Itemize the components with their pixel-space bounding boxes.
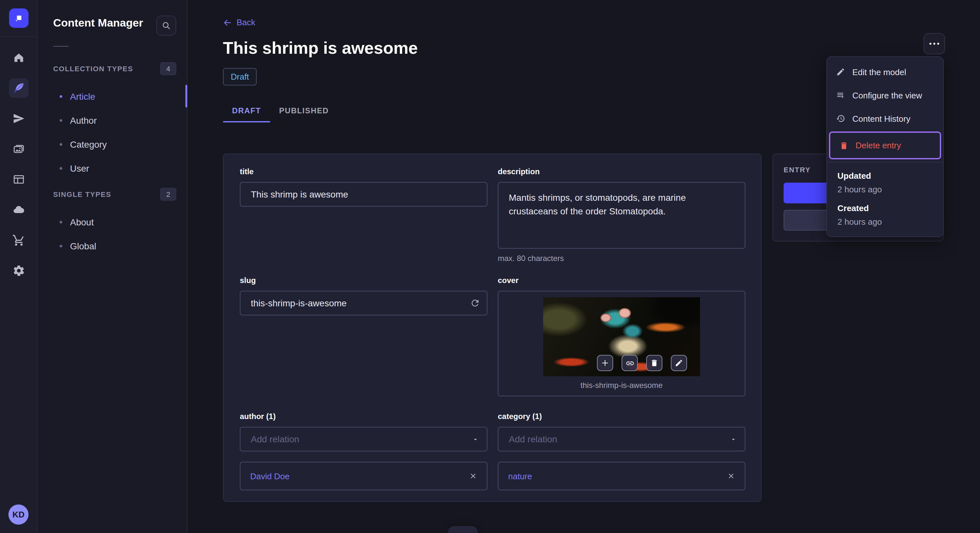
status-badge: Draft bbox=[223, 68, 257, 85]
strapi-logo[interactable] bbox=[9, 8, 29, 28]
updated-label: Updated bbox=[837, 171, 933, 181]
nav-content-type-builder[interactable] bbox=[9, 170, 28, 189]
tab-draft[interactable]: DRAFT bbox=[223, 106, 270, 122]
link-icon bbox=[625, 359, 634, 368]
cover-copy-link-button[interactable] bbox=[622, 355, 638, 371]
collection-types-count: 4 bbox=[160, 62, 176, 75]
slug-input[interactable] bbox=[240, 291, 487, 316]
sidebar-item-label: Author bbox=[70, 115, 97, 125]
menu-item-edit-model[interactable]: Edit the model bbox=[827, 60, 943, 84]
cover-field-label: cover bbox=[498, 276, 745, 285]
description-field-label: description bbox=[498, 167, 745, 176]
sidebar-item-label: User bbox=[70, 163, 89, 173]
trash-icon bbox=[839, 141, 848, 150]
bullet-icon bbox=[60, 95, 62, 97]
nav-content-manager[interactable] bbox=[9, 78, 28, 98]
title-input[interactable] bbox=[240, 182, 487, 206]
category-relation-link[interactable]: nature bbox=[508, 471, 532, 481]
user-avatar[interactable]: KD bbox=[8, 504, 29, 525]
paper-plane-icon bbox=[12, 112, 25, 125]
rail-divider bbox=[0, 36, 37, 37]
sidebar-item-label: Global bbox=[70, 241, 96, 251]
updated-value: 2 hours ago bbox=[837, 185, 933, 194]
menu-item-configure-view[interactable]: Configure the view bbox=[827, 84, 943, 107]
nav-home[interactable] bbox=[9, 48, 28, 67]
main-nav-rail: KD bbox=[0, 0, 38, 533]
title-field-label: title bbox=[240, 167, 487, 176]
sidebar-item-about[interactable]: About bbox=[38, 210, 187, 234]
sidebar-divider bbox=[53, 46, 69, 47]
bullet-icon bbox=[60, 220, 62, 223]
list-plus-icon bbox=[836, 90, 845, 100]
category-placeholder: Add relation bbox=[509, 434, 557, 444]
back-label: Back bbox=[237, 17, 255, 27]
cover-field: this-shrimp-is-awesome bbox=[498, 291, 745, 397]
sidebar-item-author[interactable]: Author bbox=[38, 108, 187, 132]
menu-item-content-history[interactable]: Content History bbox=[827, 107, 943, 130]
author-placeholder: Add relation bbox=[251, 434, 299, 444]
collection-types-header[interactable]: COLLECTION TYPES 4 bbox=[53, 62, 176, 75]
remove-relation-icon[interactable] bbox=[727, 472, 735, 480]
arrow-left-icon bbox=[223, 18, 232, 27]
cloud-icon bbox=[12, 203, 25, 216]
trash-icon bbox=[650, 359, 659, 367]
nav-marketplace[interactable] bbox=[9, 230, 28, 250]
bullet-icon bbox=[60, 143, 62, 145]
category-relation-select[interactable]: Add relation bbox=[498, 427, 745, 451]
pencil-icon bbox=[836, 67, 845, 76]
entry-options-menu: Edit the model Configure the view Conten… bbox=[826, 56, 944, 237]
back-link[interactable]: Back bbox=[223, 17, 255, 27]
menu-item-delete-entry[interactable]: Delete entry bbox=[830, 133, 940, 158]
single-types-label: SINGLE TYPES bbox=[53, 190, 111, 198]
description-hint: max. 80 characters bbox=[498, 254, 745, 263]
chevron-down-icon bbox=[730, 436, 737, 443]
category-relation-item: nature bbox=[498, 462, 745, 490]
home-icon bbox=[12, 51, 25, 64]
page-title: This shrimp is awesome bbox=[223, 38, 944, 57]
cover-delete-button[interactable] bbox=[646, 355, 662, 371]
content-manager-sidebar: Content Manager COLLECTION TYPES 4 Artic… bbox=[38, 0, 187, 533]
sidebar-item-global[interactable]: Global bbox=[38, 234, 187, 258]
search-icon bbox=[161, 21, 171, 30]
sidebar-item-label: About bbox=[70, 217, 94, 227]
single-types-header[interactable]: SINGLE TYPES 2 bbox=[53, 188, 176, 201]
cover-add-button[interactable] bbox=[597, 355, 613, 371]
ellipsis-icon bbox=[929, 43, 931, 45]
bullet-icon bbox=[60, 119, 62, 121]
nav-releases[interactable] bbox=[9, 109, 28, 128]
entry-panel-label: ENTRY bbox=[784, 166, 811, 174]
nav-deploy-cloud[interactable] bbox=[9, 200, 28, 219]
nav-settings[interactable] bbox=[9, 261, 28, 281]
tab-published[interactable]: PUBLISHED bbox=[270, 106, 338, 122]
remove-relation-icon[interactable] bbox=[469, 472, 477, 480]
cart-icon bbox=[12, 234, 25, 247]
author-field-label: author (1) bbox=[240, 412, 487, 421]
strapi-logo-icon bbox=[13, 12, 25, 24]
description-textarea[interactable]: Mantis shrimps, or stomatopods, are mari… bbox=[498, 182, 745, 249]
history-clock-icon bbox=[836, 114, 845, 123]
search-button[interactable] bbox=[156, 16, 176, 36]
layout-icon bbox=[12, 173, 25, 186]
slug-field-label: slug bbox=[240, 276, 487, 285]
delete-entry-focus-ring: Delete entry bbox=[829, 132, 941, 159]
sidebar-title: Content Manager bbox=[53, 17, 143, 30]
more-options-button[interactable] bbox=[924, 33, 945, 54]
chevron-down-icon bbox=[472, 436, 479, 443]
author-relation-select[interactable]: Add relation bbox=[240, 427, 487, 451]
regenerate-slug-button[interactable] bbox=[470, 298, 480, 308]
cover-edit-button[interactable] bbox=[671, 355, 687, 371]
bullet-icon bbox=[60, 167, 62, 169]
gear-icon bbox=[12, 264, 25, 277]
bottom-widget-peek bbox=[448, 526, 478, 533]
sidebar-item-category[interactable]: Category bbox=[38, 132, 187, 156]
category-field-label: category (1) bbox=[498, 412, 745, 421]
refresh-icon bbox=[470, 298, 480, 308]
sidebar-item-user[interactable]: User bbox=[38, 156, 187, 180]
pencil-icon bbox=[675, 359, 683, 367]
single-types-count: 2 bbox=[160, 188, 176, 201]
author-relation-link[interactable]: David Doe bbox=[250, 471, 290, 481]
created-value: 2 hours ago bbox=[837, 217, 933, 227]
bullet-icon bbox=[60, 244, 62, 247]
nav-media-library[interactable] bbox=[9, 139, 28, 159]
sidebar-item-article[interactable]: Article bbox=[38, 84, 187, 108]
